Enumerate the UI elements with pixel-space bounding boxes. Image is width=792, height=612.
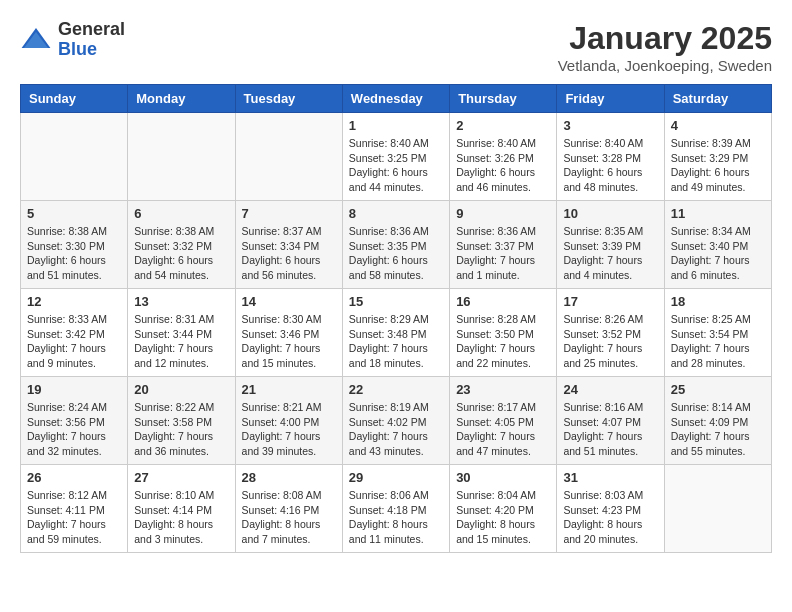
day-number: 10	[563, 206, 657, 221]
day-info: Sunrise: 8:04 AM Sunset: 4:20 PM Dayligh…	[456, 488, 550, 547]
weekday-header-saturday: Saturday	[664, 85, 771, 113]
day-number: 16	[456, 294, 550, 309]
calendar-cell: 22Sunrise: 8:19 AM Sunset: 4:02 PM Dayli…	[342, 377, 449, 465]
location-title: Vetlanda, Joenkoeping, Sweden	[558, 57, 772, 74]
day-info: Sunrise: 8:28 AM Sunset: 3:50 PM Dayligh…	[456, 312, 550, 371]
day-number: 3	[563, 118, 657, 133]
day-number: 1	[349, 118, 443, 133]
calendar-cell	[128, 113, 235, 201]
day-number: 15	[349, 294, 443, 309]
calendar-cell: 3Sunrise: 8:40 AM Sunset: 3:28 PM Daylig…	[557, 113, 664, 201]
calendar-week-row: 26Sunrise: 8:12 AM Sunset: 4:11 PM Dayli…	[21, 465, 772, 553]
weekday-header-thursday: Thursday	[450, 85, 557, 113]
day-info: Sunrise: 8:22 AM Sunset: 3:58 PM Dayligh…	[134, 400, 228, 459]
calendar-cell: 18Sunrise: 8:25 AM Sunset: 3:54 PM Dayli…	[664, 289, 771, 377]
day-number: 19	[27, 382, 121, 397]
day-info: Sunrise: 8:38 AM Sunset: 3:30 PM Dayligh…	[27, 224, 121, 283]
calendar-cell: 31Sunrise: 8:03 AM Sunset: 4:23 PM Dayli…	[557, 465, 664, 553]
calendar-cell: 7Sunrise: 8:37 AM Sunset: 3:34 PM Daylig…	[235, 201, 342, 289]
calendar-cell: 12Sunrise: 8:33 AM Sunset: 3:42 PM Dayli…	[21, 289, 128, 377]
day-info: Sunrise: 8:24 AM Sunset: 3:56 PM Dayligh…	[27, 400, 121, 459]
calendar-cell: 9Sunrise: 8:36 AM Sunset: 3:37 PM Daylig…	[450, 201, 557, 289]
title-block: January 2025 Vetlanda, Joenkoeping, Swed…	[558, 20, 772, 74]
day-number: 22	[349, 382, 443, 397]
calendar-week-row: 19Sunrise: 8:24 AM Sunset: 3:56 PM Dayli…	[21, 377, 772, 465]
calendar-cell: 4Sunrise: 8:39 AM Sunset: 3:29 PM Daylig…	[664, 113, 771, 201]
day-info: Sunrise: 8:25 AM Sunset: 3:54 PM Dayligh…	[671, 312, 765, 371]
calendar-table: SundayMondayTuesdayWednesdayThursdayFrid…	[20, 84, 772, 553]
day-info: Sunrise: 8:10 AM Sunset: 4:14 PM Dayligh…	[134, 488, 228, 547]
day-number: 17	[563, 294, 657, 309]
calendar-cell: 13Sunrise: 8:31 AM Sunset: 3:44 PM Dayli…	[128, 289, 235, 377]
calendar-week-row: 1Sunrise: 8:40 AM Sunset: 3:25 PM Daylig…	[21, 113, 772, 201]
day-number: 21	[242, 382, 336, 397]
calendar-cell: 28Sunrise: 8:08 AM Sunset: 4:16 PM Dayli…	[235, 465, 342, 553]
calendar-cell: 24Sunrise: 8:16 AM Sunset: 4:07 PM Dayli…	[557, 377, 664, 465]
day-info: Sunrise: 8:40 AM Sunset: 3:28 PM Dayligh…	[563, 136, 657, 195]
weekday-header-friday: Friday	[557, 85, 664, 113]
weekday-header-tuesday: Tuesday	[235, 85, 342, 113]
day-number: 18	[671, 294, 765, 309]
calendar-cell	[235, 113, 342, 201]
logo-blue-text: Blue	[58, 40, 125, 60]
day-number: 5	[27, 206, 121, 221]
calendar-cell: 2Sunrise: 8:40 AM Sunset: 3:26 PM Daylig…	[450, 113, 557, 201]
day-number: 2	[456, 118, 550, 133]
day-info: Sunrise: 8:06 AM Sunset: 4:18 PM Dayligh…	[349, 488, 443, 547]
day-number: 12	[27, 294, 121, 309]
day-number: 13	[134, 294, 228, 309]
calendar-cell: 21Sunrise: 8:21 AM Sunset: 4:00 PM Dayli…	[235, 377, 342, 465]
day-info: Sunrise: 8:35 AM Sunset: 3:39 PM Dayligh…	[563, 224, 657, 283]
logo-icon	[20, 24, 52, 56]
calendar-cell: 11Sunrise: 8:34 AM Sunset: 3:40 PM Dayli…	[664, 201, 771, 289]
calendar-week-row: 5Sunrise: 8:38 AM Sunset: 3:30 PM Daylig…	[21, 201, 772, 289]
page-header: General Blue January 2025 Vetlanda, Joen…	[20, 20, 772, 74]
calendar-cell: 1Sunrise: 8:40 AM Sunset: 3:25 PM Daylig…	[342, 113, 449, 201]
calendar-cell: 17Sunrise: 8:26 AM Sunset: 3:52 PM Dayli…	[557, 289, 664, 377]
day-info: Sunrise: 8:17 AM Sunset: 4:05 PM Dayligh…	[456, 400, 550, 459]
day-number: 4	[671, 118, 765, 133]
day-info: Sunrise: 8:29 AM Sunset: 3:48 PM Dayligh…	[349, 312, 443, 371]
day-info: Sunrise: 8:40 AM Sunset: 3:26 PM Dayligh…	[456, 136, 550, 195]
day-number: 23	[456, 382, 550, 397]
day-number: 9	[456, 206, 550, 221]
day-number: 8	[349, 206, 443, 221]
day-number: 24	[563, 382, 657, 397]
calendar-cell: 5Sunrise: 8:38 AM Sunset: 3:30 PM Daylig…	[21, 201, 128, 289]
calendar-cell: 29Sunrise: 8:06 AM Sunset: 4:18 PM Dayli…	[342, 465, 449, 553]
logo-general-text: General	[58, 20, 125, 40]
day-info: Sunrise: 8:36 AM Sunset: 3:37 PM Dayligh…	[456, 224, 550, 283]
day-info: Sunrise: 8:39 AM Sunset: 3:29 PM Dayligh…	[671, 136, 765, 195]
weekday-header-sunday: Sunday	[21, 85, 128, 113]
day-info: Sunrise: 8:40 AM Sunset: 3:25 PM Dayligh…	[349, 136, 443, 195]
calendar-cell: 16Sunrise: 8:28 AM Sunset: 3:50 PM Dayli…	[450, 289, 557, 377]
calendar-cell: 14Sunrise: 8:30 AM Sunset: 3:46 PM Dayli…	[235, 289, 342, 377]
day-number: 25	[671, 382, 765, 397]
calendar-cell	[21, 113, 128, 201]
day-number: 14	[242, 294, 336, 309]
calendar-cell: 30Sunrise: 8:04 AM Sunset: 4:20 PM Dayli…	[450, 465, 557, 553]
day-number: 20	[134, 382, 228, 397]
calendar-cell: 23Sunrise: 8:17 AM Sunset: 4:05 PM Dayli…	[450, 377, 557, 465]
day-info: Sunrise: 8:12 AM Sunset: 4:11 PM Dayligh…	[27, 488, 121, 547]
day-info: Sunrise: 8:34 AM Sunset: 3:40 PM Dayligh…	[671, 224, 765, 283]
day-info: Sunrise: 8:16 AM Sunset: 4:07 PM Dayligh…	[563, 400, 657, 459]
calendar-cell: 15Sunrise: 8:29 AM Sunset: 3:48 PM Dayli…	[342, 289, 449, 377]
calendar-week-row: 12Sunrise: 8:33 AM Sunset: 3:42 PM Dayli…	[21, 289, 772, 377]
weekday-header-row: SundayMondayTuesdayWednesdayThursdayFrid…	[21, 85, 772, 113]
day-number: 28	[242, 470, 336, 485]
calendar-cell: 20Sunrise: 8:22 AM Sunset: 3:58 PM Dayli…	[128, 377, 235, 465]
day-info: Sunrise: 8:33 AM Sunset: 3:42 PM Dayligh…	[27, 312, 121, 371]
day-number: 26	[27, 470, 121, 485]
calendar-cell: 26Sunrise: 8:12 AM Sunset: 4:11 PM Dayli…	[21, 465, 128, 553]
calendar-cell: 6Sunrise: 8:38 AM Sunset: 3:32 PM Daylig…	[128, 201, 235, 289]
day-info: Sunrise: 8:26 AM Sunset: 3:52 PM Dayligh…	[563, 312, 657, 371]
weekday-header-wednesday: Wednesday	[342, 85, 449, 113]
day-info: Sunrise: 8:19 AM Sunset: 4:02 PM Dayligh…	[349, 400, 443, 459]
day-number: 31	[563, 470, 657, 485]
calendar-cell: 10Sunrise: 8:35 AM Sunset: 3:39 PM Dayli…	[557, 201, 664, 289]
month-title: January 2025	[558, 20, 772, 57]
day-info: Sunrise: 8:08 AM Sunset: 4:16 PM Dayligh…	[242, 488, 336, 547]
day-info: Sunrise: 8:36 AM Sunset: 3:35 PM Dayligh…	[349, 224, 443, 283]
day-info: Sunrise: 8:14 AM Sunset: 4:09 PM Dayligh…	[671, 400, 765, 459]
